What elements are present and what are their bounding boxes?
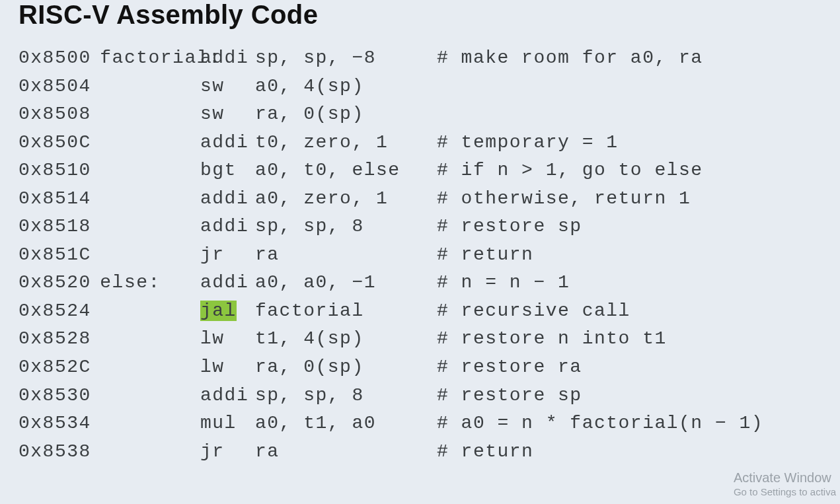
address: 0x8514 (19, 185, 88, 213)
comment: # return (437, 438, 821, 466)
opcode: lw (200, 325, 255, 353)
code-row: 0x8530 addisp, sp, 8# restore sp (19, 382, 821, 410)
label (88, 382, 200, 410)
label (88, 157, 200, 185)
comment: # recursive call (437, 297, 821, 326)
label (88, 185, 200, 213)
address: 0x8538 (19, 438, 88, 466)
comment: # temporary = 1 (437, 129, 821, 157)
code-row: 0x8518 addisp, sp, 8# restore sp (19, 213, 821, 241)
address: 0x8508 (19, 100, 88, 129)
opcode: addi (200, 269, 255, 297)
code-row: 0x850C addit0, zero, 1# temporary = 1 (19, 129, 821, 157)
address: 0x8534 (19, 410, 88, 438)
label (88, 129, 200, 157)
code-row: 0x8514 addia0, zero, 1# otherwise, retur… (19, 185, 821, 213)
code-row: 0x8508 swra, 0(sp) (19, 100, 821, 129)
label (88, 353, 200, 382)
label (88, 297, 200, 326)
opcode: sw (200, 100, 255, 129)
opcode: addi (200, 213, 255, 241)
address: 0x8530 (19, 382, 88, 410)
comment: # restore n into t1 (437, 325, 821, 353)
address: 0x851C (19, 241, 88, 270)
comment: # n = n − 1 (437, 269, 821, 297)
address: 0x8500 (19, 44, 88, 73)
operand: a0, t1, a0 (255, 410, 437, 438)
label (88, 410, 200, 438)
label (88, 213, 200, 241)
label (88, 241, 200, 270)
address: 0x8528 (19, 325, 88, 353)
operand: a0, 4(sp) (255, 73, 437, 101)
opcode: addi (200, 382, 255, 410)
operand: t0, zero, 1 (255, 129, 437, 157)
opcode: addi (200, 129, 255, 157)
opcode: jr (200, 438, 255, 466)
operand: a0, t0, else (255, 157, 437, 185)
code-row: 0x8534 mula0, t1, a0# a0 = n * factorial… (19, 410, 821, 438)
operand: sp, sp, 8 (255, 382, 437, 410)
label (88, 73, 200, 101)
opcode: addi (200, 44, 255, 73)
address: 0x8510 (19, 157, 88, 185)
opcode: jal (200, 297, 255, 326)
operand: ra, 0(sp) (255, 100, 437, 129)
comment: # make room for a0, ra (437, 44, 821, 73)
address: 0x8520 (19, 269, 88, 297)
page: RISC-V Assembly Code 0x8500 factorial:ad… (0, 0, 840, 466)
comment: # if n > 1, go to else (437, 157, 821, 185)
address: 0x8518 (19, 213, 88, 241)
address: 0x8524 (19, 297, 88, 326)
code-row: 0x8510 bgta0, t0, else# if n > 1, go to … (19, 157, 821, 185)
page-title: RISC-V Assembly Code (19, 0, 821, 30)
comment (437, 100, 821, 129)
address: 0x8504 (19, 73, 88, 101)
comment: # restore sp (437, 382, 821, 410)
code-row: 0x8500 factorial:addisp, sp, −8# make ro… (19, 44, 821, 73)
operand: ra (255, 241, 437, 270)
operand: ra, 0(sp) (255, 353, 437, 382)
label: factorial: (88, 44, 200, 73)
windows-activation-watermark: Activate Window Go to Settings to activa (734, 470, 836, 499)
operand: ra (255, 438, 437, 466)
comment: # otherwise, return 1 (437, 185, 821, 213)
highlight: jal (200, 301, 237, 321)
comment: # return (437, 241, 821, 270)
opcode: lw (200, 353, 255, 382)
operand: factorial (255, 297, 437, 326)
opcode: mul (200, 410, 255, 438)
operand: a0, zero, 1 (255, 185, 437, 213)
code-row: 0x852C lwra, 0(sp)# restore ra (19, 353, 821, 382)
label (88, 325, 200, 353)
code-block: 0x8500 factorial:addisp, sp, −8# make ro… (19, 44, 821, 466)
opcode: sw (200, 73, 255, 101)
watermark-line-2: Go to Settings to activa (734, 486, 836, 499)
comment: # restore sp (437, 213, 821, 241)
operand: a0, a0, −1 (255, 269, 437, 297)
opcode: addi (200, 185, 255, 213)
code-row: 0x8528 lwt1, 4(sp)# restore n into t1 (19, 325, 821, 353)
comment: # a0 = n * factorial(n − 1) (437, 410, 821, 438)
operand: sp, sp, 8 (255, 213, 437, 241)
label: else: (88, 269, 200, 297)
opcode: jr (200, 241, 255, 270)
operand: sp, sp, −8 (255, 44, 437, 73)
comment: # restore ra (437, 353, 821, 382)
code-row: 0x851C jrra# return (19, 241, 821, 270)
opcode: bgt (200, 157, 255, 185)
code-row: 0x8524 jalfactorial# recursive call (19, 297, 821, 326)
code-row: 0x8520 else:addia0, a0, −1# n = n − 1 (19, 269, 821, 297)
code-row: 0x8538 jrra# return (19, 438, 821, 466)
label (88, 100, 200, 129)
address: 0x850C (19, 129, 88, 157)
operand: t1, 4(sp) (255, 325, 437, 353)
label (88, 438, 200, 466)
watermark-line-1: Activate Window (734, 470, 836, 486)
comment (437, 73, 821, 101)
address: 0x852C (19, 353, 88, 382)
code-row: 0x8504 swa0, 4(sp) (19, 73, 821, 101)
